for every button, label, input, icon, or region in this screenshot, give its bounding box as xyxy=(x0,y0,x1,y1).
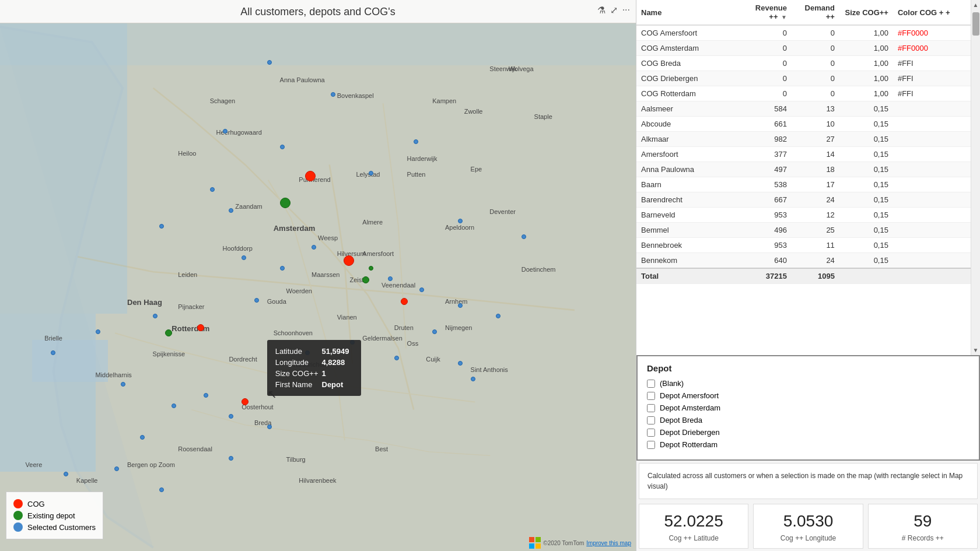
cell-revenue: 953 xyxy=(738,238,792,253)
cell-demand: 12 xyxy=(792,208,839,223)
depot-checkbox[interactable] xyxy=(647,392,655,400)
customer-dot-24[interactable] xyxy=(153,314,158,318)
customer-dot-15[interactable] xyxy=(254,298,259,303)
customer-dot-29[interactable] xyxy=(172,403,176,408)
cell-revenue: 0 xyxy=(738,56,792,71)
improve-map-link[interactable]: Improve this map xyxy=(586,540,631,546)
customer-dot-31[interactable] xyxy=(267,424,272,429)
cog-dot-breda[interactable] xyxy=(242,398,249,405)
table-row[interactable]: Barendrecht667240,15 xyxy=(636,192,971,208)
customer-dot-7[interactable] xyxy=(210,187,215,192)
depot-checkbox[interactable] xyxy=(647,441,655,449)
depot-dot-amsterdam[interactable] xyxy=(280,198,290,208)
cell-color-cog xyxy=(893,192,971,208)
th-name[interactable]: Name xyxy=(636,0,738,25)
map-title: All customers, depots and COG's ⚗ ⤢ ··· xyxy=(0,0,636,23)
legend-customers-icon xyxy=(13,522,23,532)
customer-dot-16[interactable] xyxy=(458,303,463,308)
table-row[interactable]: Alkmaar982270,15 xyxy=(636,132,971,147)
customer-dot-12[interactable] xyxy=(280,266,285,271)
metric-label-records: # Records ++ xyxy=(874,534,971,542)
table-row[interactable]: Bemmel496250,15 xyxy=(636,223,971,238)
table-row[interactable]: COG Amsterdam001,00#FF0000 xyxy=(636,41,971,56)
expand-icon[interactable]: ⤢ xyxy=(610,5,618,16)
customer-dot-9[interactable] xyxy=(159,224,164,229)
cell-revenue: 0 xyxy=(738,71,792,86)
cog-dot-rotterdam[interactable] xyxy=(197,324,204,331)
cell-revenue: 661 xyxy=(738,117,792,132)
cell-color-cog xyxy=(893,162,971,177)
depot-filter-item[interactable]: Depot Driebergen xyxy=(647,428,970,437)
depot-checkbox[interactable] xyxy=(647,404,655,412)
table-row[interactable]: Bennebroek953110,15 xyxy=(636,238,971,253)
table-row[interactable]: Abcoude661100,15 xyxy=(636,117,971,132)
cell-revenue: 0 xyxy=(738,41,792,56)
depot-filter-item[interactable]: Depot Breda xyxy=(647,416,970,424)
table-body: COG Amersfoort001,00#FF0000COG Amsterdam… xyxy=(636,25,971,268)
cell-demand: 17 xyxy=(792,177,839,192)
scroll-thumb[interactable] xyxy=(972,12,979,36)
customer-dot-2[interactable] xyxy=(331,92,335,97)
customer-dot-4[interactable] xyxy=(414,139,418,144)
cog-dot-amersfoort[interactable] xyxy=(344,255,354,266)
customer-dot-36[interactable] xyxy=(159,487,164,492)
table-row[interactable]: COG Rotterdam001,00#FFI xyxy=(636,86,971,101)
depot-filter-item[interactable]: Depot Amersfoort xyxy=(647,391,970,400)
customer-dot-14[interactable] xyxy=(419,287,424,292)
depot-filter-item[interactable]: Depot Amsterdam xyxy=(647,403,970,412)
customer-dot-23[interactable] xyxy=(471,377,475,381)
attribution-text: ©2020 TomTom xyxy=(543,540,584,546)
table-row[interactable]: Baarn538170,15 xyxy=(636,177,971,192)
table-row[interactable]: Aalsmeer584130,15 xyxy=(636,101,971,117)
table-row[interactable]: COG Amersfoort001,00#FF0000 xyxy=(636,25,971,41)
legend-item-customers: Selected Customers xyxy=(13,522,96,532)
customer-dot-22[interactable] xyxy=(458,361,463,366)
th-demand[interactable]: Demand++ xyxy=(792,0,839,25)
data-table-scroll[interactable]: Name Revenue++ ▼ Demand++ Size COG++ xyxy=(636,0,971,355)
customer-dot-25[interactable] xyxy=(96,329,100,334)
scroll-up-btn[interactable]: ▲ xyxy=(973,0,979,10)
cell-name: Aalsmeer xyxy=(636,101,738,117)
table-row[interactable]: Barneveld953120,15 xyxy=(636,208,971,223)
cell-size-cog: 1,00 xyxy=(839,41,893,56)
table-row[interactable]: Anna Paulowna497180,15 xyxy=(636,162,971,177)
customer-dot-32[interactable] xyxy=(140,435,145,440)
svg-rect-0 xyxy=(529,537,534,542)
th-color-cog[interactable]: Color COG + + xyxy=(893,0,971,25)
customer-dot-5[interactable] xyxy=(280,145,285,149)
cell-name: Barneveld xyxy=(636,208,738,223)
depot-checkbox[interactable] xyxy=(647,380,655,388)
cell-revenue: 496 xyxy=(738,223,792,238)
customer-dot-37[interactable] xyxy=(458,219,463,223)
depot-filter-item[interactable]: Depot Rotterdam xyxy=(647,440,970,449)
depot-filter-item[interactable]: (Blank) xyxy=(647,379,970,388)
depot-checkbox[interactable] xyxy=(647,416,655,424)
filter-icon[interactable]: ⚗ xyxy=(597,5,606,16)
customer-dot-3[interactable] xyxy=(223,129,228,134)
cell-name: COG Breda xyxy=(636,56,738,71)
metric-label-longitude: Cog ++ Longitude xyxy=(760,534,856,542)
table-row[interactable]: COG Breda001,00#FFI xyxy=(636,56,971,71)
cell-name: Anna Paulowna xyxy=(636,162,738,177)
cell-color-cog: #FFI xyxy=(893,56,971,71)
customer-dot-21[interactable] xyxy=(394,356,399,360)
cell-name: Barendrecht xyxy=(636,192,738,208)
cell-color-cog: #FF0000 xyxy=(893,25,971,41)
customer-dot-28[interactable] xyxy=(204,393,208,398)
customer-dot-17[interactable] xyxy=(496,314,501,318)
table-scroll-track: ▲ ▼ xyxy=(971,0,980,355)
cell-name: Amersfoort xyxy=(636,147,738,162)
table-row[interactable]: Amersfoort377140,15 xyxy=(636,147,971,162)
customer-dot-19[interactable] xyxy=(350,340,355,345)
scroll-down-btn[interactable]: ▼ xyxy=(973,345,979,355)
table-row[interactable]: Bennekom640240,15 xyxy=(636,253,971,269)
cell-demand: 0 xyxy=(792,71,839,86)
customer-dot-38[interactable] xyxy=(522,234,526,239)
th-size-cog[interactable]: Size COG++ xyxy=(839,0,893,25)
more-icon[interactable]: ··· xyxy=(622,5,630,16)
depot-checkbox[interactable] xyxy=(647,429,655,437)
cog-dot-veenendaal[interactable] xyxy=(401,298,408,305)
th-revenue[interactable]: Revenue++ ▼ xyxy=(738,0,792,25)
table-row[interactable]: COG Driebergen001,00#FFI xyxy=(636,71,971,86)
data-table: Name Revenue++ ▼ Demand++ Size COG++ xyxy=(636,0,971,284)
